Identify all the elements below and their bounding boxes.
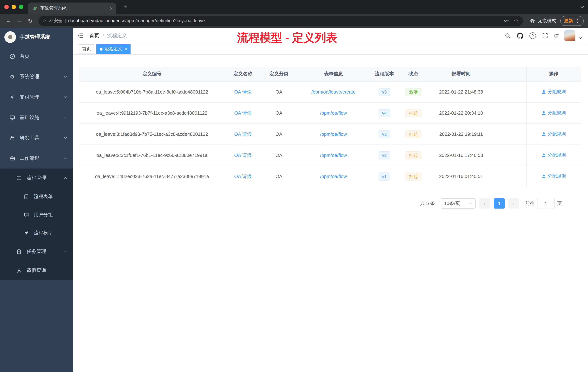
- breadcrumb-home[interactable]: 首页: [89, 33, 99, 39]
- definition-name-link[interactable]: OA 请假: [225, 82, 261, 102]
- sidebar-item-process-model[interactable]: 流程模型: [0, 224, 73, 242]
- definition-id: oa_leave:1:482ec033-762a-11ec-8477-a2380…: [79, 166, 225, 187]
- form-info-link[interactable]: /bpm/oa/flow: [297, 124, 370, 144]
- key-icon[interactable]: [504, 18, 509, 24]
- table-row: oa_leave:1:482ec033-762a-11ec-8477-a2380…: [79, 166, 581, 187]
- column-header: 状态: [399, 67, 428, 81]
- fullscreen-icon[interactable]: [542, 33, 548, 39]
- active-tag-dot: [100, 47, 103, 50]
- update-label: 更新: [564, 18, 573, 24]
- sidebar-item-user-group[interactable]: 用户分组: [0, 206, 73, 224]
- table-row: oa_leave:5:004b710b-7b8a-11ec-8ef0-acde4…: [79, 82, 581, 103]
- reload-icon[interactable]: ↻: [25, 16, 35, 25]
- tab-search-icon[interactable]: [580, 5, 584, 10]
- avatar[interactable]: [564, 30, 575, 41]
- browser-tab[interactable]: 芋道管理系统 ×: [28, 2, 116, 14]
- tab-title: 芋道管理系统: [40, 5, 107, 11]
- tag-process-definition[interactable]: 流程定义 ×: [96, 44, 130, 54]
- page-number-button[interactable]: 1: [494, 198, 505, 208]
- chevron-down-icon: [469, 202, 472, 205]
- app-logo-row[interactable]: 芋道管理系统: [0, 28, 73, 46]
- sidebar-item-label: 流程表单: [34, 193, 53, 200]
- page-size-select[interactable]: 10条/页: [441, 198, 476, 208]
- assign-rule-button[interactable]: 分配规则: [541, 131, 566, 137]
- page-url: dashboard.yudao.iocoder.cn/bpm/manager/d…: [68, 18, 205, 23]
- monitor-icon: [9, 114, 15, 121]
- url-divider: |: [65, 18, 66, 23]
- form-info-link[interactable]: /bpm/oa/flow: [297, 145, 370, 166]
- screen: 芋道管理系统 × + ← → ↻ ⚠ 不安全 | dashboard.yudao…: [0, 0, 588, 372]
- deploy-time: 2022-01-16 01:40:51: [428, 166, 494, 187]
- definition-category: OA: [261, 103, 297, 123]
- sidebar-item-label: 任务管理: [27, 248, 46, 255]
- chevron-up-icon: [64, 176, 67, 180]
- definition-name-link[interactable]: OA 请假: [225, 103, 261, 123]
- tag-close-icon[interactable]: ×: [124, 47, 127, 51]
- next-page-button[interactable]: ›: [508, 198, 519, 208]
- definition-id: oa_leave:3:1fad3d93-7b75-11ec-a3c8-acde4…: [79, 124, 225, 144]
- search-icon[interactable]: [505, 33, 511, 39]
- sidebar-item-leave-query[interactable]: 请假查询: [0, 261, 73, 280]
- sidebar-collapse-icon[interactable]: [77, 33, 84, 39]
- github-icon[interactable]: [517, 33, 523, 39]
- sidebar-item-task-management[interactable]: 任务管理: [0, 242, 73, 261]
- font-size-icon[interactable]: tT: [554, 33, 558, 39]
- forward-icon[interactable]: →: [15, 16, 24, 25]
- assign-rule-button[interactable]: 分配规则: [541, 110, 566, 116]
- page-size-value: 10条/页: [444, 200, 460, 207]
- prev-page-button[interactable]: ‹: [479, 198, 490, 208]
- zoom-window-button[interactable]: [19, 5, 23, 9]
- assign-rule-button[interactable]: 分配规则: [541, 173, 566, 179]
- breadcrumb-separator: /: [103, 33, 104, 38]
- minimize-window-button[interactable]: [12, 5, 16, 9]
- form-info-link[interactable]: /bpm/oa/leave/create: [297, 82, 370, 102]
- sidebar-item-system[interactable]: ⚙ 系统管理: [0, 67, 73, 87]
- sidebar-item-payment[interactable]: ¥ 支付管理: [0, 87, 73, 107]
- form-info-link[interactable]: /bpm/oa/flow: [297, 103, 370, 123]
- definition-id: oa_leave:2:3c1f0ef1-76b1-11ec-9c66-a2380…: [79, 145, 225, 166]
- goto-page-input[interactable]: [537, 198, 555, 209]
- status-badge: 挂起: [399, 124, 428, 144]
- help-icon[interactable]: ?: [529, 33, 536, 39]
- table-header-row: 定义编号 定义名称 定义分类 表单信息 流程版本 状态 部署时间 操作: [79, 67, 581, 82]
- sidebar-item-devtools[interactable]: 研发工具: [0, 128, 73, 148]
- security-warning-icon: ⚠: [43, 18, 47, 23]
- sidebar-item-home[interactable]: 首页: [0, 46, 73, 67]
- deploy-time: 2022-01-22 20:34:10: [428, 103, 494, 123]
- avatar-caret-icon[interactable]: [578, 36, 582, 40]
- assign-rule-button[interactable]: 分配规则: [541, 152, 566, 158]
- window-controls: [4, 5, 23, 9]
- sidebar-item-workflow[interactable]: 工作流程: [0, 148, 73, 169]
- menu-dots-icon[interactable]: ⋮: [575, 18, 580, 23]
- definition-name-link[interactable]: OA 请假: [225, 124, 261, 144]
- sidebar-item-process-form[interactable]: 流程表单: [0, 187, 73, 206]
- incognito-badge: 无痕模式: [529, 18, 556, 24]
- form-info-link[interactable]: /bpm/oa/flow: [297, 166, 370, 187]
- sidebar-item-label: 首页: [20, 53, 30, 60]
- assign-rule-button[interactable]: 分配规则: [541, 89, 566, 95]
- sidebar-item-infrastructure[interactable]: 基础设施: [0, 107, 73, 128]
- browser-update-button[interactable]: 更新 ⋮: [560, 16, 584, 26]
- row-actions: 分配规则: [526, 103, 581, 123]
- header-actions: ? tT: [505, 30, 582, 41]
- close-window-button[interactable]: [4, 5, 9, 9]
- page-content: 定义编号 定义名称 定义分类 表单信息 流程版本 状态 部署时间 操作 oa_l…: [73, 55, 588, 209]
- incognito-label: 无痕模式: [538, 18, 556, 24]
- column-header: 表单信息: [297, 67, 370, 81]
- back-icon[interactable]: ←: [4, 16, 13, 25]
- table-row: oa_leave:4:991f2193-7b7f-11ec-a3c8-acde4…: [79, 103, 581, 124]
- tag-label: 首页: [82, 46, 91, 52]
- app-title: 芋道管理系统: [20, 34, 50, 40]
- sidebar-item-process-management[interactable]: 流程管理: [0, 169, 73, 187]
- version-badge: v2: [370, 145, 399, 166]
- tag-home[interactable]: 首页: [79, 44, 94, 54]
- sidebar-item-label: 流程模型: [34, 230, 53, 236]
- definition-name-link[interactable]: OA 请假: [225, 166, 261, 187]
- new-tab-button[interactable]: +: [121, 2, 131, 12]
- bookmark-star-icon[interactable]: ☆: [514, 17, 519, 24]
- definition-name-link[interactable]: OA 请假: [225, 145, 261, 166]
- column-filler: [494, 67, 526, 81]
- address-bar[interactable]: ⚠ 不安全 | dashboard.yudao.iocoder.cn/bpm/m…: [39, 16, 523, 26]
- status-badge: 挂起: [399, 166, 428, 187]
- tab-close-icon[interactable]: ×: [110, 6, 113, 11]
